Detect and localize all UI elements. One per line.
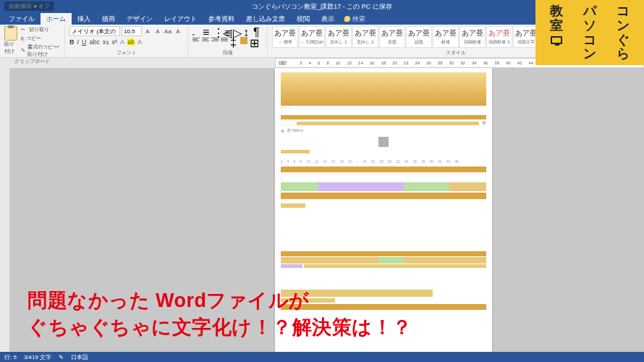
style-title[interactable]: あア亜表題 [379,26,405,48]
font-group: A A Aa A B I U abc x₂ x² A ab A フォント [65,25,188,57]
monitor-icon [551,36,562,44]
style-subtitle[interactable]: あア亜副題 [406,26,432,48]
style-italic[interactable]: あア亜斜体 [433,26,459,48]
cut-button[interactable]: ✂切り取り [21,26,60,33]
tab-home[interactable]: ホーム [41,13,72,25]
font-label: フォント [69,49,183,57]
align-left-button[interactable] [192,38,200,43]
measurement-text: 約 50cm [287,127,303,134]
document-title: コンぐらパソコン教室_課題17 - この PC に保存 [252,2,392,12]
numbering-button[interactable]: ≡ [203,26,211,34]
sort-button[interactable]: ↕ [243,26,251,34]
subscript-button[interactable]: x₂ [103,38,109,46]
change-case-button[interactable]: Aa [164,27,172,35]
italic-button[interactable]: I [77,38,80,46]
decrease-indent-button[interactable]: ◁ [223,26,231,34]
bullets-button[interactable] [192,26,200,34]
paste-button[interactable]: 貼り付け [4,26,18,58]
font-size-select[interactable] [122,26,142,36]
brand-logo: 教 パ コ 室 ソ ン コ ぐ ン ら [535,0,644,65]
style-h1[interactable]: あア亜見出し 1 [326,26,352,48]
borders-button[interactable]: ⊞ [250,36,258,44]
strike-button[interactable]: abc [90,38,101,46]
tab-review[interactable]: 校閲 [291,13,315,25]
clear-format-button[interactable]: A [174,27,182,35]
multilevel-button[interactable]: ⋮≡ [213,26,221,34]
copy-icon: ⎘ [21,36,24,41]
decrease-font-button[interactable]: A [153,27,162,35]
paragraph-label: 段落 [192,49,263,57]
format-painter-button[interactable]: ✎書式のコピー/貼り付け [21,43,60,58]
word-count[interactable]: 3/419 文字 [24,353,51,361]
tab-view[interactable]: 表示 [315,13,340,25]
tab-draw[interactable]: 描画 [96,13,121,25]
line-spacing-button[interactable]: ‡ [230,36,238,44]
copy-button[interactable]: ⎘コピー [21,35,60,42]
text-effects-button[interactable]: A [120,38,124,46]
increase-font-button[interactable]: A [143,27,152,35]
paragraph-group: ≡ ⋮≡ ◁ ▷ ↕ ¶ ‡ ⊞ 段落 [188,25,268,57]
font-name-select[interactable] [69,26,120,36]
tab-design[interactable]: デザイン [121,13,158,25]
status-bar: 行: 5 3/419 文字 ✎ 日本語 [0,352,644,362]
tab-layout[interactable]: レイアウト [158,13,203,25]
underline-button[interactable]: U [82,38,87,46]
page-indicator[interactable]: 行: 5 [4,353,17,361]
style-emphasis[interactable]: あア亜強調斜体 [459,26,486,48]
bold-button[interactable]: B [69,38,75,46]
tab-references[interactable]: 参考資料 [203,13,240,25]
shading-button[interactable] [240,37,247,44]
style-normal[interactable]: あア亜→ 標準 [272,26,298,48]
lightbulb-icon [344,16,350,22]
autosave-badge[interactable]: 自動保存 ● オフ [4,1,54,11]
tab-file[interactable]: ファイル [3,13,41,25]
show-marks-button[interactable]: ¶ [253,26,261,34]
style-nospace[interactable]: あア亜→ 行間詰め [299,26,325,48]
style-h2[interactable]: あア亜見出し 2 [352,26,378,48]
clipboard-group: 貼り付け ✂切り取り ⎘コピー ✎書式のコピー/貼り付け クリップボード [0,25,65,57]
style-emphasis2[interactable]: あア亜強調斜体 2 [486,26,512,48]
tab-insert[interactable]: 挿入 [72,13,96,25]
highlight-button[interactable]: ab [127,38,135,46]
scissors-icon: ✂ [21,27,27,33]
superscript-button[interactable]: x² [112,38,118,46]
brush-icon: ✎ [21,48,25,54]
paste-icon [4,26,17,41]
vertical-ruler[interactable] [0,68,10,352]
headline-text: 問題なかった Wordファイルが ぐちゃぐちゃに文字化け！？解決策は！？ [27,287,412,340]
proofing-icon[interactable]: ✎ [59,354,64,361]
language-indicator[interactable]: 日本語 [71,353,88,361]
tab-mailings[interactable]: 差し込み文書 [240,13,291,25]
font-color-button[interactable]: A [137,38,142,46]
increase-indent-button[interactable]: ▷ [233,26,241,34]
tell-me-search[interactable]: 検索 [344,14,365,24]
